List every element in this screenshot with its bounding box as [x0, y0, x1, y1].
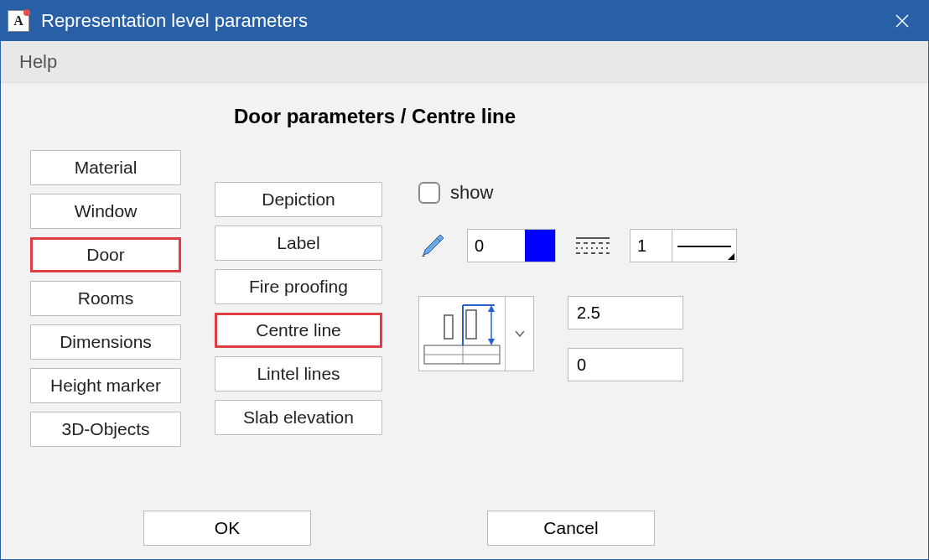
- app-icon: A: [8, 10, 29, 32]
- show-checkbox-row: show: [418, 182, 903, 204]
- svg-rect-10: [444, 315, 453, 339]
- centreline-preview-icon: [419, 297, 505, 371]
- chevron-down-icon: [505, 297, 533, 371]
- linetype-icon: [576, 232, 610, 259]
- window-title: Representation level parameters: [41, 10, 883, 32]
- titlebar: A Representation level parameters: [1, 1, 928, 41]
- main-area: MaterialWindowDoorRoomsDimensionsHeight …: [26, 150, 903, 447]
- subsection-lintel-lines[interactable]: Lintel lines: [215, 356, 382, 391]
- subsection-fire-proofing[interactable]: Fire proofing: [215, 269, 382, 304]
- category-window[interactable]: Window: [30, 194, 181, 229]
- category-material[interactable]: Material: [30, 150, 181, 185]
- offset-bottom-input[interactable]: [568, 348, 683, 381]
- app-icon-letter: A: [13, 13, 23, 29]
- category-door[interactable]: Door: [30, 237, 181, 272]
- category-column: MaterialWindowDoorRoomsDimensionsHeight …: [26, 150, 185, 447]
- svg-marker-3: [422, 255, 425, 257]
- subsection-label[interactable]: Label: [215, 226, 382, 261]
- ok-button[interactable]: OK: [143, 511, 311, 546]
- settings-column: show: [412, 182, 903, 447]
- offset-top-input[interactable]: [568, 296, 683, 329]
- category-rooms[interactable]: Rooms: [30, 281, 181, 316]
- app-icon-badge: [23, 9, 30, 16]
- dialog-window: A Representation level parameters Help D…: [0, 0, 929, 560]
- category-height-marker[interactable]: Height marker: [30, 368, 181, 403]
- linestyle-field[interactable]: [630, 229, 737, 262]
- pen-row: [418, 229, 903, 262]
- svg-marker-14: [488, 339, 495, 345]
- show-label: show: [450, 182, 493, 204]
- cancel-button[interactable]: Cancel: [487, 511, 655, 546]
- subsection-slab-elevation[interactable]: Slab elevation: [215, 400, 382, 435]
- pen-icon: [418, 231, 447, 260]
- svg-marker-13: [488, 305, 495, 312]
- close-button[interactable]: [883, 2, 921, 40]
- linestyle-preview[interactable]: [672, 229, 737, 262]
- subsection-centre-line[interactable]: Centre line: [215, 313, 382, 348]
- pen-color-swatch[interactable]: [525, 230, 555, 262]
- footer: OK Cancel: [1, 497, 928, 559]
- content-area: Door parameters / Centre line MaterialWi…: [1, 83, 928, 497]
- show-checkbox[interactable]: [418, 182, 440, 204]
- category-3d-objects[interactable]: 3D-Objects: [30, 412, 181, 447]
- svg-rect-11: [466, 310, 476, 339]
- menu-help[interactable]: Help: [19, 51, 57, 73]
- preview-row: [418, 296, 903, 381]
- svg-marker-2: [423, 235, 444, 255]
- pen-number-input[interactable]: [468, 230, 525, 262]
- subsection-depiction[interactable]: Depiction: [215, 182, 382, 217]
- linestyle-number-input[interactable]: [630, 229, 672, 262]
- menubar: Help: [1, 41, 928, 83]
- page-title: Door parameters / Centre line: [234, 105, 903, 128]
- pen-number-field[interactable]: [467, 229, 556, 262]
- centreline-style-dropdown[interactable]: [418, 296, 534, 371]
- category-dimensions[interactable]: Dimensions: [30, 324, 181, 360]
- subsection-column: DepictionLabelFire proofingCentre lineLi…: [210, 182, 387, 447]
- offset-inputs: [568, 296, 683, 381]
- close-icon: [895, 14, 909, 28]
